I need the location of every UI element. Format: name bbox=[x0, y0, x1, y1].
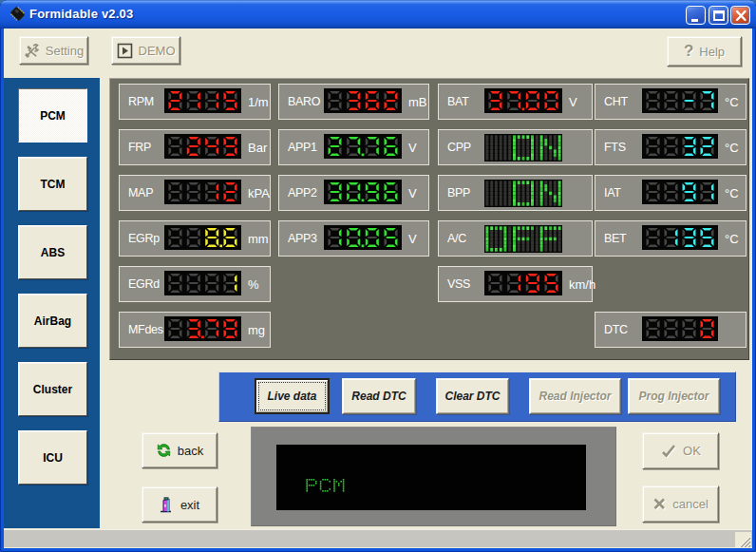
gauge-label: DTC bbox=[604, 313, 628, 347]
gauge-label: RPM bbox=[128, 85, 154, 119]
gauge-unit: V bbox=[408, 221, 417, 256]
gauge-unit: km/h bbox=[569, 267, 595, 301]
cancel-button-label: cancel bbox=[672, 497, 709, 511]
exit-door-icon bbox=[160, 497, 175, 513]
gauge-label: FRP bbox=[128, 130, 151, 164]
gauge-unit: mm bbox=[248, 221, 269, 256]
gauge-unit: V bbox=[408, 176, 417, 210]
sidebar-item-label: TCM bbox=[41, 178, 66, 191]
read-dtc-button-label: Read DTC bbox=[351, 390, 406, 403]
prog-injector-button[interactable]: Prog Injector bbox=[628, 378, 720, 414]
gauge-led-display bbox=[324, 180, 402, 204]
message-display-screen bbox=[276, 445, 586, 510]
sidebar-item-label: ABS bbox=[41, 246, 65, 259]
message-display-frame bbox=[251, 427, 616, 526]
sidebar-item-airbag[interactable]: AirBag bbox=[18, 294, 87, 348]
help-button-label: Help bbox=[699, 45, 725, 59]
gauge-led-display bbox=[642, 225, 718, 250]
check-icon bbox=[660, 444, 677, 458]
gauge-unit: kPA bbox=[248, 176, 270, 210]
demo-button[interactable]: DEMO bbox=[111, 36, 180, 65]
close-button[interactable] bbox=[730, 6, 750, 25]
gauge-label: CHT bbox=[604, 85, 628, 119]
live-data-button[interactable]: Live data bbox=[255, 378, 330, 414]
gauge-led-display bbox=[642, 88, 718, 113]
back-button[interactable]: back bbox=[142, 432, 217, 468]
gauge-unit: °C bbox=[725, 85, 739, 119]
gauge-unit: °C bbox=[725, 221, 739, 256]
ok-button-label: OK bbox=[683, 444, 701, 458]
gauge-cht: CHT°C bbox=[595, 84, 747, 120]
maximize-button[interactable] bbox=[709, 6, 728, 25]
gauge-app1: APP1V bbox=[278, 129, 429, 165]
gauge-label: BET bbox=[604, 221, 626, 256]
gauge-label: APP2 bbox=[288, 176, 317, 210]
exit-button-label: exit bbox=[180, 498, 199, 512]
gauge-led-display bbox=[484, 225, 562, 253]
sidebar-item-cluster[interactable]: Cluster bbox=[18, 362, 87, 416]
sidebar-item-label: AirBag bbox=[34, 314, 71, 328]
resize-grip[interactable] bbox=[735, 532, 751, 547]
sidebar-item-icu[interactable]: ICU bbox=[18, 430, 87, 485]
gauge-led-display bbox=[164, 271, 241, 295]
minimize-button[interactable] bbox=[686, 6, 706, 25]
gauge-led-display bbox=[164, 316, 241, 341]
gauge-label: APP1 bbox=[288, 130, 317, 164]
help-button[interactable]: ? Help bbox=[667, 36, 742, 67]
gauge-dtc: DTC bbox=[595, 312, 747, 348]
gauge-bet: BET°C bbox=[595, 220, 747, 257]
gauge-label: BAT bbox=[447, 85, 468, 119]
gauge-app2: APP2V bbox=[278, 175, 429, 211]
gauge-led-display bbox=[484, 180, 562, 207]
x-icon bbox=[652, 497, 667, 511]
gauge-label: IAT bbox=[604, 176, 621, 210]
chip-app-icon bbox=[9, 5, 27, 23]
play-icon bbox=[117, 43, 133, 59]
exit-button[interactable]: exit bbox=[142, 486, 217, 523]
sidebar-item-label: Cluster bbox=[33, 383, 72, 396]
gauge-label: EGRp bbox=[128, 221, 160, 256]
sidebar-item-abs[interactable]: ABS bbox=[18, 225, 87, 279]
gauge-unit: mB bbox=[408, 85, 427, 119]
gauge-label: MAP bbox=[128, 176, 153, 210]
clear-dtc-button[interactable]: Clear DTC bbox=[436, 378, 509, 414]
gauge-unit: °C bbox=[725, 130, 739, 164]
gauge-label: BPP bbox=[447, 176, 470, 210]
sidebar-item-tcm[interactable]: TCM bbox=[18, 157, 87, 211]
read-injector-button[interactable]: Read Injector bbox=[529, 378, 621, 414]
gauge-unit: V bbox=[569, 85, 577, 119]
setting-button[interactable]: Setting bbox=[19, 36, 88, 65]
gauge-unit: Bar bbox=[248, 130, 267, 164]
gauge-bat: BATV bbox=[438, 84, 593, 120]
cancel-button[interactable]: cancel bbox=[642, 485, 719, 523]
gauge-led-display bbox=[642, 316, 718, 341]
gauge-led-display bbox=[642, 180, 718, 204]
gauge-cpp: CPP bbox=[438, 129, 593, 165]
gauge-unit: 1/m bbox=[248, 85, 269, 119]
gauges-panel: RPM1/mFRPBarMAPkPAEGRpmmEGRd%MFdesmgBARO… bbox=[109, 78, 749, 360]
client-area: Setting DEMO ? Help PCM TCM ABS AirBag C… bbox=[4, 29, 752, 548]
gauge-label: EGRd bbox=[128, 267, 160, 301]
gauge-led-display bbox=[484, 271, 562, 295]
sidebar-item-pcm[interactable]: PCM bbox=[18, 88, 87, 143]
gauge-label: FTS bbox=[604, 130, 626, 164]
tools-icon bbox=[24, 43, 40, 59]
gauge-label: A/C bbox=[447, 221, 466, 256]
gauge-label: BARO bbox=[288, 85, 320, 119]
window-title: Formidable v2.03 bbox=[29, 7, 133, 21]
setting-button-label: Setting bbox=[46, 44, 84, 58]
back-button-label: back bbox=[178, 444, 203, 458]
read-dtc-button[interactable]: Read DTC bbox=[342, 378, 416, 414]
gauge-label: APP3 bbox=[288, 221, 317, 256]
gauge-led-display bbox=[164, 134, 241, 159]
question-icon: ? bbox=[684, 42, 693, 61]
action-bar: Live data Read DTC Clear DTC Read Inject… bbox=[218, 371, 736, 422]
gauge-egrp: EGRpmm bbox=[119, 220, 271, 257]
gauge-unit: V bbox=[408, 130, 417, 164]
gauge-mfdes: MFdesmg bbox=[119, 312, 271, 348]
gauge-fts: FTS°C bbox=[595, 129, 747, 165]
gauge-led-display bbox=[164, 88, 241, 113]
clear-dtc-button-label: Clear DTC bbox=[444, 390, 500, 403]
gauge-label: MFdes bbox=[128, 313, 163, 347]
ok-button[interactable]: OK bbox=[642, 432, 719, 469]
